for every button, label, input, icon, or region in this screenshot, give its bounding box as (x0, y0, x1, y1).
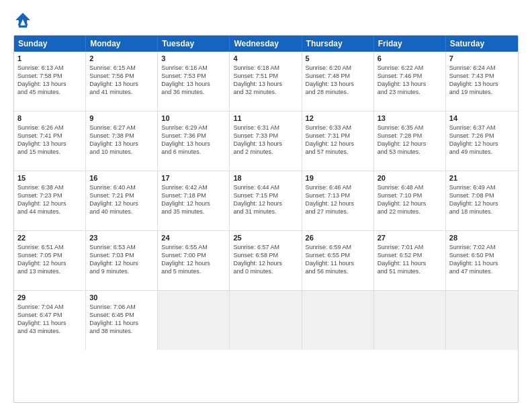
cell-info-line: Sunset: 7:18 PM (161, 191, 226, 199)
day-cell-23: 23Sunrise: 6:53 AMSunset: 7:03 PMDayligh… (86, 231, 158, 290)
day-number: 14 (449, 114, 515, 122)
cell-info-line: Sunrise: 6:16 AM (161, 64, 226, 72)
cell-info-line: and 2 minutes. (233, 148, 298, 156)
day-cell-5: 5Sunrise: 6:20 AMSunset: 7:48 PMDaylight… (302, 52, 374, 111)
cell-info-line: Sunset: 7:43 PM (449, 72, 515, 80)
day-cell-27: 27Sunrise: 7:01 AMSunset: 6:52 PMDayligh… (374, 231, 446, 290)
cell-info-line: Sunset: 7:10 PM (378, 191, 442, 199)
cell-info-line: Sunset: 6:52 PM (378, 251, 442, 259)
cell-info-line: and 18 minutes. (449, 208, 515, 216)
cell-info-line: Sunset: 7:41 PM (17, 132, 82, 140)
cell-info-line: Daylight: 12 hours (378, 199, 442, 208)
cell-info-line: Sunset: 7:31 PM (306, 132, 370, 140)
cell-info-line: Daylight: 13 hours (449, 80, 515, 88)
day-number: 30 (89, 293, 154, 302)
day-cell-17: 17Sunrise: 6:42 AMSunset: 7:18 PMDayligh… (158, 171, 230, 230)
day-number: 11 (233, 114, 298, 122)
cell-info-line: Sunrise: 6:35 AM (378, 124, 442, 132)
cell-info-line: and 27 minutes. (306, 208, 370, 216)
cell-info-line: Sunset: 7:53 PM (161, 72, 226, 80)
cell-info-line: Daylight: 11 hours (449, 259, 515, 267)
cell-info-line: and 44 minutes. (17, 208, 82, 216)
cell-info-line: Sunrise: 6:24 AM (449, 64, 515, 72)
cell-info-line: and 49 minutes. (449, 148, 515, 156)
day-number: 15 (17, 174, 82, 182)
cell-info-line: Sunrise: 6:48 AM (378, 183, 442, 191)
day-number: 13 (378, 114, 442, 122)
cell-info-line: Sunrise: 6:42 AM (161, 183, 226, 191)
calendar-row-2: 8Sunrise: 6:26 AMSunset: 7:41 PMDaylight… (14, 111, 518, 171)
day-number: 4 (233, 54, 298, 62)
cell-info-line: Sunset: 6:58 PM (233, 251, 298, 259)
day-cell-20: 20Sunrise: 6:48 AMSunset: 7:10 PMDayligh… (374, 171, 446, 230)
calendar-row-5: 29Sunrise: 7:04 AMSunset: 6:47 PMDayligh… (14, 291, 518, 350)
cell-info-line: and 31 minutes. (233, 208, 298, 216)
cell-info-line: Sunset: 6:50 PM (449, 251, 515, 259)
day-cell-1: 1Sunrise: 6:13 AMSunset: 7:58 PMDaylight… (14, 52, 86, 111)
cell-info-line: Sunrise: 6:53 AM (89, 243, 154, 251)
day-cell-3: 3Sunrise: 6:16 AMSunset: 7:53 PMDaylight… (158, 52, 230, 111)
cell-info-line: Sunrise: 7:02 AM (449, 243, 515, 251)
cell-info-line: Sunset: 7:13 PM (306, 191, 370, 199)
header (13, 11, 519, 30)
cell-info-line: and 40 minutes. (89, 208, 154, 216)
cell-info-line: Sunset: 7:03 PM (89, 251, 154, 259)
cell-info-line: Sunrise: 6:15 AM (89, 64, 154, 72)
day-number: 20 (378, 174, 442, 182)
header-cell-thursday: Thursday (302, 36, 374, 52)
cell-info-line: Sunrise: 6:13 AM (17, 64, 82, 72)
day-number: 23 (89, 234, 154, 242)
cell-info-line: Daylight: 13 hours (89, 80, 154, 88)
header-cell-saturday: Saturday (446, 36, 518, 52)
cell-info-line: Sunset: 7:21 PM (89, 191, 154, 199)
cell-info-line: and 6 minutes. (161, 148, 226, 156)
cell-info-line: and 22 minutes. (378, 208, 442, 216)
empty-cell (446, 291, 518, 350)
cell-info-line: Sunset: 7:46 PM (378, 72, 442, 80)
cell-info-line: Daylight: 11 hours (89, 319, 154, 327)
day-cell-14: 14Sunrise: 6:37 AMSunset: 7:26 PMDayligh… (446, 111, 518, 171)
header-cell-sunday: Sunday (14, 36, 86, 52)
day-number: 25 (233, 234, 298, 242)
cell-info-line: and 28 minutes. (306, 88, 370, 96)
cell-info-line: Daylight: 11 hours (378, 259, 442, 267)
day-number: 18 (233, 174, 298, 182)
day-cell-16: 16Sunrise: 6:40 AMSunset: 7:21 PMDayligh… (86, 171, 158, 230)
cell-info-line: Daylight: 12 hours (17, 259, 82, 267)
cell-info-line: Sunrise: 6:40 AM (89, 183, 154, 191)
day-cell-29: 29Sunrise: 7:04 AMSunset: 6:47 PMDayligh… (14, 291, 86, 350)
day-cell-30: 30Sunrise: 7:06 AMSunset: 6:45 PMDayligh… (86, 291, 158, 350)
cell-info-line: and 0 minutes. (233, 267, 298, 275)
logo-icon (13, 11, 32, 30)
cell-info-line: Sunrise: 6:20 AM (306, 64, 370, 72)
cell-info-line: Sunset: 7:15 PM (233, 191, 298, 199)
cell-info-line: Sunrise: 6:55 AM (161, 243, 226, 251)
cell-info-line: and 57 minutes. (306, 148, 370, 156)
day-cell-7: 7Sunrise: 6:24 AMSunset: 7:43 PMDaylight… (446, 52, 518, 111)
day-cell-6: 6Sunrise: 6:22 AMSunset: 7:46 PMDaylight… (374, 52, 446, 111)
cell-info-line: Sunset: 7:58 PM (17, 72, 82, 80)
header-cell-tuesday: Tuesday (158, 36, 230, 52)
cell-info-line: and 13 minutes. (17, 267, 82, 275)
day-number: 21 (449, 174, 515, 182)
cell-info-line: Daylight: 11 hours (306, 259, 370, 267)
day-number: 3 (161, 54, 226, 62)
cell-info-line: Sunrise: 6:33 AM (306, 124, 370, 132)
cell-info-line: Sunrise: 6:59 AM (306, 243, 370, 251)
cell-info-line: and 41 minutes. (89, 88, 154, 96)
cell-info-line: Daylight: 13 hours (233, 140, 298, 148)
cell-info-line: Sunrise: 6:18 AM (233, 64, 298, 72)
day-cell-24: 24Sunrise: 6:55 AMSunset: 7:00 PMDayligh… (158, 231, 230, 290)
day-cell-11: 11Sunrise: 6:31 AMSunset: 7:33 PMDayligh… (230, 111, 302, 171)
cell-info-line: Sunrise: 6:22 AM (378, 64, 442, 72)
cell-info-line: Sunset: 6:55 PM (306, 251, 370, 259)
cell-info-line: Sunset: 7:23 PM (17, 191, 82, 199)
cell-info-line: Daylight: 12 hours (233, 259, 298, 267)
day-number: 22 (17, 234, 82, 242)
day-number: 10 (161, 114, 226, 122)
cell-info-line: Sunrise: 6:46 AM (306, 183, 370, 191)
cell-info-line: and 5 minutes. (161, 267, 226, 275)
cell-info-line: Daylight: 12 hours (306, 199, 370, 208)
day-cell-21: 21Sunrise: 6:49 AMSunset: 7:08 PMDayligh… (446, 171, 518, 230)
cell-info-line: and 51 minutes. (378, 267, 442, 275)
